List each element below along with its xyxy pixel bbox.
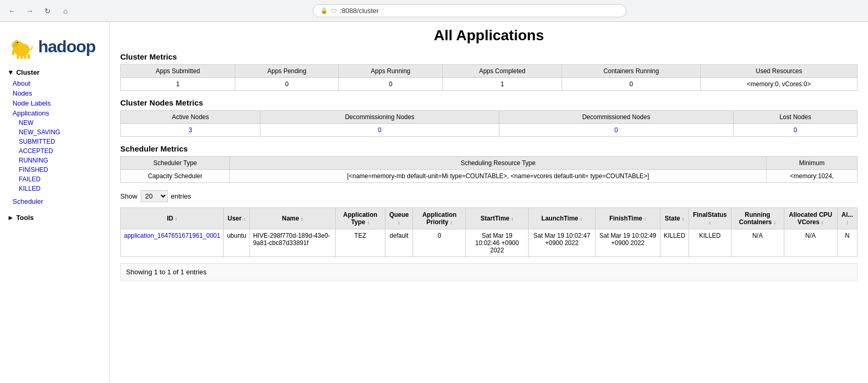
th-queue[interactable]: Queue ↕ — [385, 208, 413, 229]
th-running-containers[interactable]: Running Containers ↕ — [731, 208, 784, 229]
col-scheduler-type: Scheduler Type — [121, 157, 230, 170]
cluster-nodes-metrics-title: Cluster Nodes Metrics — [120, 98, 858, 107]
home-button[interactable]: ⌂ — [59, 4, 72, 18]
col-active-nodes: Active Nodes — [121, 111, 260, 124]
reload-button[interactable]: ↻ — [41, 4, 54, 18]
cluster-section[interactable]: ▼ Cluster — [0, 64, 109, 78]
col-lost-nodes: Lost Nodes — [734, 111, 858, 124]
col-used-resources: Used Resources — [701, 65, 858, 78]
cell-running-containers: N/A — [731, 229, 784, 257]
th-final-status[interactable]: FinalStatus ↕ — [689, 208, 731, 229]
cell-start-time: Sat Mar 19 10:02:46 +0900 2022 — [466, 229, 528, 257]
col-decommissioning-nodes: Decommissioning Nodes — [260, 111, 499, 124]
lock-icon: 🔒 — [321, 7, 328, 14]
sort-app-priority-icon: ↕ — [450, 220, 453, 225]
val-apps-submitted: 1 — [121, 78, 235, 91]
sort-running-containers-icon: ↕ — [773, 220, 776, 225]
cell-app-type: TEZ — [336, 229, 385, 257]
entries-select[interactable]: 102050100 — [141, 190, 168, 202]
sidebar-item-nodes[interactable]: Nodes — [0, 88, 109, 98]
col-decommissioned-nodes: Decommissioned Nodes — [499, 111, 733, 124]
hadoop-elephant-icon — [7, 32, 36, 61]
sidebar-item-new-saving[interactable]: NEW_SAVING — [0, 127, 109, 137]
address-bar[interactable]: 🔒 🛡 :8088/cluster — [313, 4, 626, 17]
sidebar-header: hadoop — [0, 27, 109, 64]
back-button[interactable]: ← — [5, 4, 19, 18]
col-apps-completed: Apps Completed — [443, 65, 562, 78]
th-id[interactable]: ID ↕ — [121, 208, 224, 229]
sidebar-item-running[interactable]: RUNNING — [0, 156, 109, 165]
cluster-metrics-title: Cluster Metrics — [120, 52, 858, 61]
shield-icon: 🛡 — [331, 8, 337, 14]
th-user[interactable]: User ↕ — [224, 208, 250, 229]
val-decommissioned-nodes[interactable]: 0 — [499, 124, 733, 137]
th-name[interactable]: Name ↕ — [249, 208, 335, 229]
sidebar-item-applications[interactable]: Applications — [0, 108, 109, 118]
th-state[interactable]: State ↕ — [660, 208, 689, 229]
cell-app-id[interactable]: application_1647651671961_0001 — [121, 229, 224, 257]
cell-name: HIVE-298f770d-189d-43e0-9a81-cbc87d33891… — [249, 229, 335, 257]
cell-state: KILLED — [660, 229, 689, 257]
sidebar-item-about[interactable]: About — [0, 78, 109, 88]
th-start-time[interactable]: StartTime ↕ — [466, 208, 528, 229]
cluster-arrow-icon: ▼ — [7, 68, 14, 76]
show-label: Show — [120, 192, 138, 200]
sort-name-icon: ↕ — [301, 216, 303, 222]
sort-state-icon: ↕ — [682, 216, 684, 222]
cell-finish-time: Sat Mar 19 10:02:49 +0900 2022 — [596, 229, 660, 257]
sort-start-time-icon: ↕ — [511, 216, 514, 222]
th-allocated-m[interactable]: Al... ↕ — [837, 208, 857, 229]
cell-allocated-m: N — [837, 229, 857, 257]
cell-queue: default — [385, 229, 413, 257]
forward-button[interactable]: → — [23, 4, 37, 18]
table-row: application_1647651671961_0001 ubuntu HI… — [121, 229, 858, 257]
col-containers-running: Containers Running — [562, 65, 700, 78]
sort-id-icon: ↕ — [175, 216, 178, 222]
main-content: All Applications Cluster Metrics Apps Su… — [110, 22, 868, 383]
cell-launch-time: Sat Mar 19 10:02:47 +0900 2022 — [528, 229, 595, 257]
sidebar-item-new[interactable]: NEW — [0, 118, 109, 127]
th-launch-time[interactable]: LaunchTime ↕ — [528, 208, 595, 229]
hadoop-logo-text: hadoop — [38, 37, 96, 56]
svg-rect-7 — [24, 55, 27, 59]
val-used-resources: <memory:0, vCores:0> — [701, 78, 858, 91]
sidebar-item-accepted[interactable]: ACCEPTED — [0, 146, 109, 156]
hadoop-logo: hadoop — [7, 32, 102, 61]
sidebar-item-failed[interactable]: FAILED — [0, 175, 109, 184]
tools-section[interactable]: ► Tools — [0, 210, 109, 224]
sidebar: hadoop ▼ Cluster About Nodes Node Labels… — [0, 22, 110, 383]
sidebar-item-submitted[interactable]: SUBMITTED — [0, 137, 109, 146]
cell-allocated-cpu: N/A — [784, 229, 837, 257]
val-active-nodes[interactable]: 3 — [121, 124, 260, 137]
col-apps-pending: Apps Pending — [235, 65, 339, 78]
sidebar-item-killed[interactable]: KILLED — [0, 184, 109, 193]
th-finish-time[interactable]: FinishTime ↕ — [596, 208, 660, 229]
val-lost-nodes[interactable]: 0 — [734, 124, 858, 137]
sidebar-item-scheduler[interactable]: Scheduler — [0, 196, 109, 206]
cell-user: ubuntu — [224, 229, 250, 257]
sort-final-status-icon: ↕ — [709, 220, 711, 225]
show-entries-bar: Show 102050100 entries — [120, 190, 858, 202]
th-app-priority[interactable]: Application Priority ↕ — [413, 208, 466, 229]
cell-final-status: KILLED — [689, 229, 731, 257]
val-apps-completed: 1 — [443, 78, 562, 91]
svg-rect-6 — [20, 55, 23, 59]
cluster-nodes-metrics-table: Active Nodes Decommissioning Nodes Decom… — [120, 110, 858, 137]
scheduler-metrics-title: Scheduler Metrics — [120, 144, 858, 153]
col-apps-submitted: Apps Submitted — [121, 65, 235, 78]
sidebar-item-finished[interactable]: FINISHED — [0, 165, 109, 175]
val-scheduling-resource-type: [<name=memory-mb default-unit=Mi type=CO… — [230, 170, 766, 183]
val-decommissioning-nodes[interactable]: 0 — [260, 124, 499, 137]
val-containers-running: 0 — [562, 78, 700, 91]
sidebar-item-node-labels[interactable]: Node Labels — [0, 98, 109, 108]
page-title: All Applications — [120, 27, 858, 44]
val-minimum: <memory:1024, — [767, 170, 858, 183]
svg-point-4 — [17, 42, 18, 43]
sort-allocated-m-icon: ↕ — [846, 220, 849, 225]
scheduler-metrics-table: Scheduler Type Scheduling Resource Type … — [120, 156, 858, 183]
th-app-type[interactable]: Application Type ↕ — [336, 208, 385, 229]
svg-rect-5 — [17, 55, 19, 59]
entries-label: entries — [171, 192, 191, 200]
val-scheduler-type: Capacity Scheduler — [121, 170, 230, 183]
th-allocated-cpu[interactable]: Allocated CPU VCores ↕ — [784, 208, 837, 229]
